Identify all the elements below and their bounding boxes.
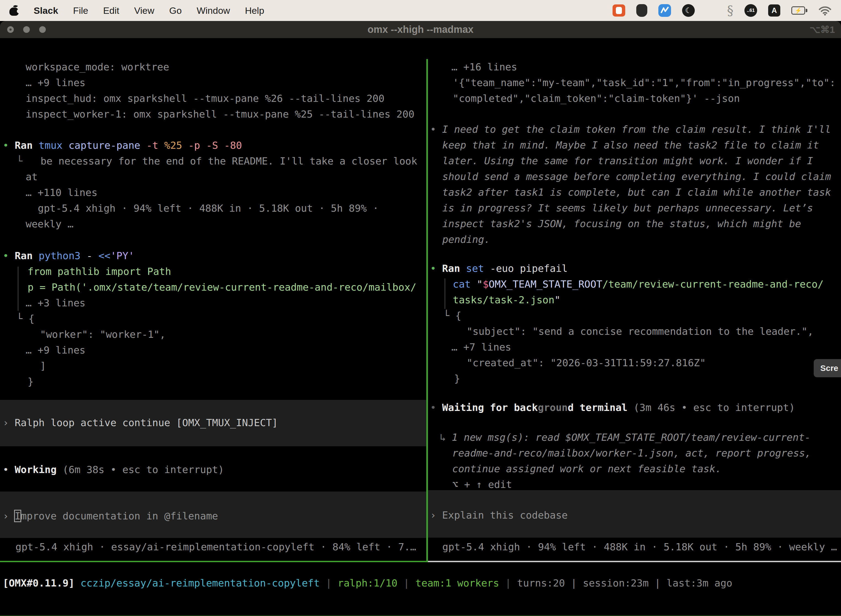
output-line: └ { bbox=[443, 308, 462, 323]
output-line: └ { bbox=[16, 311, 35, 327]
session-status-line: gpt-5.4 xhigh · essay/ai-reimplementatio… bbox=[15, 539, 416, 555]
code-line: cat "$OMX_TEAM_STATE_ROOT/team/review-cu… bbox=[453, 276, 823, 292]
output-line: ] bbox=[40, 358, 46, 374]
code-line: p = Path('.omx/state/team/review-current… bbox=[28, 279, 416, 295]
waiting-status: • Waiting for background terminal (3m 46… bbox=[430, 400, 795, 415]
wifi-icon[interactable] bbox=[818, 5, 832, 16]
menu-item-window[interactable]: Window bbox=[197, 5, 230, 16]
screen-share-icon[interactable] bbox=[612, 4, 625, 16]
count-badge-icon[interactable]: ..61 bbox=[744, 4, 757, 17]
thinking-line: later. Using the same for transition mig… bbox=[442, 153, 813, 169]
screen: Slack File Edit View Go Window Help ☾ § … bbox=[0, 0, 841, 616]
spinner-icon: • bbox=[430, 402, 442, 413]
prompt-input[interactable]: › Improve documentation in @filename bbox=[3, 508, 218, 524]
ran-set-command: • Ran set -euo pipefail bbox=[430, 261, 568, 276]
output-line: … +110 lines bbox=[26, 185, 97, 200]
thinking-line: • I need to get the claim token from the… bbox=[430, 122, 831, 137]
terminal-window: omx --xhigh --madmax ⌥⌘1 workspace_mode:… bbox=[0, 21, 841, 616]
thinking-line: keep that in mind. Maybe I also need the… bbox=[442, 137, 819, 153]
moon-icon[interactable]: ☾ bbox=[682, 4, 695, 17]
chevron-icon: › bbox=[3, 510, 15, 522]
output-line: "worker": "worker-1", bbox=[40, 327, 166, 342]
corner-icon: └ bbox=[16, 155, 41, 167]
menu-bar: Slack File Edit View Go Window Help ☾ § … bbox=[0, 0, 841, 21]
clip-icon[interactable]: § bbox=[727, 3, 733, 18]
chevron-icon: › bbox=[3, 417, 15, 428]
ran-tmux-command: • Ran tmux capture-pane -t %25 -p -S -80 bbox=[3, 138, 242, 153]
bullet-icon: • bbox=[430, 124, 442, 135]
hud-stats: turns:20 | session:23m | last:3m ago bbox=[517, 577, 732, 589]
output-line: "created_at": "2026-03-31T11:59:27.816Z" bbox=[467, 355, 706, 371]
output-line: … +3 lines bbox=[26, 295, 85, 311]
indent-guide bbox=[18, 267, 19, 311]
output-line: … +9 lines bbox=[26, 75, 85, 91]
bullet-icon: • bbox=[3, 250, 15, 261]
indent-guide bbox=[444, 279, 445, 309]
menu-item-go[interactable]: Go bbox=[169, 5, 182, 16]
output-line: at bbox=[26, 169, 38, 185]
output-line: } bbox=[454, 371, 460, 386]
menu-item-edit[interactable]: Edit bbox=[103, 5, 119, 16]
pane-border-left bbox=[0, 561, 428, 562]
battery-icon[interactable]: ⚡ bbox=[791, 6, 807, 15]
thinking-line: task2 after task1 is complete, but can I… bbox=[442, 184, 831, 200]
output-line: inspect_worker-1: omx sparkshell --tmux-… bbox=[26, 106, 415, 122]
menu-item-view[interactable]: View bbox=[134, 5, 154, 16]
output-line: weekly … bbox=[26, 216, 73, 232]
grid-shield-icon[interactable] bbox=[636, 4, 647, 17]
output-line: … +7 lines bbox=[451, 339, 511, 355]
title-bar[interactable]: omx --xhigh --madmax ⌥⌘1 bbox=[0, 21, 841, 38]
omx-version: [OMX#0.11.9] bbox=[3, 577, 81, 589]
chevron-icon: › bbox=[430, 509, 442, 521]
bullet-icon: • bbox=[430, 263, 442, 274]
hud-project-path: cczip/essay/ai-reimplementation-copyleft bbox=[81, 577, 320, 589]
output-line: └ be necessary for the end of the README… bbox=[16, 153, 417, 169]
menu-item-file[interactable]: File bbox=[73, 5, 88, 16]
output-line: "completed","claim_token":"claim-token"}… bbox=[453, 91, 740, 106]
dots-grid-icon[interactable] bbox=[706, 6, 716, 16]
output-line: '{"team_name":"my-team","task_id":"1","f… bbox=[453, 75, 835, 91]
hud-team: team:1 workers bbox=[416, 577, 499, 589]
apple-menu-icon[interactable] bbox=[9, 5, 19, 16]
menu-item-help[interactable]: Help bbox=[245, 5, 264, 16]
output-line: workspace_mode: worktree bbox=[26, 59, 169, 75]
thinking-line: pending. bbox=[442, 232, 490, 247]
text-cursor: I bbox=[15, 510, 21, 522]
pane-divider[interactable] bbox=[426, 59, 428, 562]
flow-icon[interactable] bbox=[658, 4, 671, 17]
thinking-line: inspect task2's JSON, focusing on the st… bbox=[442, 216, 801, 232]
left-pane: workspace_mode: worktree … +9 lines insp… bbox=[0, 59, 426, 561]
inject-line: › Ralph loop active continue [OMX_TMUX_I… bbox=[3, 415, 278, 431]
pane-border-right bbox=[428, 561, 841, 562]
omx-hud-line: [OMX#0.11.9] cczip/essay/ai-reimplementa… bbox=[3, 575, 732, 591]
status-icons: ☾ § ..61 A ⚡ bbox=[612, 3, 832, 18]
menu-app-name[interactable]: Slack bbox=[34, 5, 58, 16]
thinking-line: is in progress? It seems likely but perh… bbox=[442, 200, 813, 216]
output-line: … +16 lines bbox=[451, 59, 517, 75]
arrow-icon: ↳ bbox=[440, 432, 452, 443]
bullet-icon: • bbox=[3, 140, 15, 151]
window-title: omx --xhigh --madmax bbox=[0, 21, 841, 38]
a-key-icon[interactable]: A bbox=[768, 4, 780, 16]
spinner-icon: • bbox=[3, 464, 15, 475]
thinking-line: should send a message before completing … bbox=[442, 169, 831, 184]
working-status: • Working (6m 38s • esc to interrupt) bbox=[3, 462, 224, 477]
window-shortcut: ⌥⌘1 bbox=[810, 21, 835, 38]
screen-tooltip: Scre bbox=[814, 359, 841, 377]
ran-python-command: • Ran python3 - <<'PY' bbox=[3, 248, 134, 264]
hud-ralph: ralph:1/10 bbox=[338, 577, 398, 589]
code-line: tasks/task-2.json" bbox=[453, 292, 560, 308]
output-line: } bbox=[28, 374, 34, 389]
code-line: from pathlib import Path bbox=[28, 264, 171, 279]
prompt-input[interactable]: › Explain this codebase bbox=[430, 507, 568, 523]
output-line: gpt-5.4 xhigh · 94% left · 488K in · 5.1… bbox=[38, 200, 378, 216]
output-line: inspect_hud: omx sparkshell --tmux-pane … bbox=[26, 91, 384, 106]
output-line: … +9 lines bbox=[26, 342, 85, 358]
mailbox-message: ↳ 1 new msg(s): read $OMX_TEAM_STATE_ROO… bbox=[440, 430, 811, 445]
mailbox-message: continue assigned work or next feasible … bbox=[452, 461, 721, 477]
output-line: "subject": "send a concise recommendatio… bbox=[467, 323, 813, 339]
session-status-line: gpt-5.4 xhigh · 94% left · 488K in · 5.1… bbox=[442, 539, 837, 555]
right-pane: … +16 lines '{"team_name":"my-team","tas… bbox=[428, 59, 841, 561]
mailbox-message: readme-and-reco/mailbox/worker-1.json, a… bbox=[452, 445, 811, 461]
